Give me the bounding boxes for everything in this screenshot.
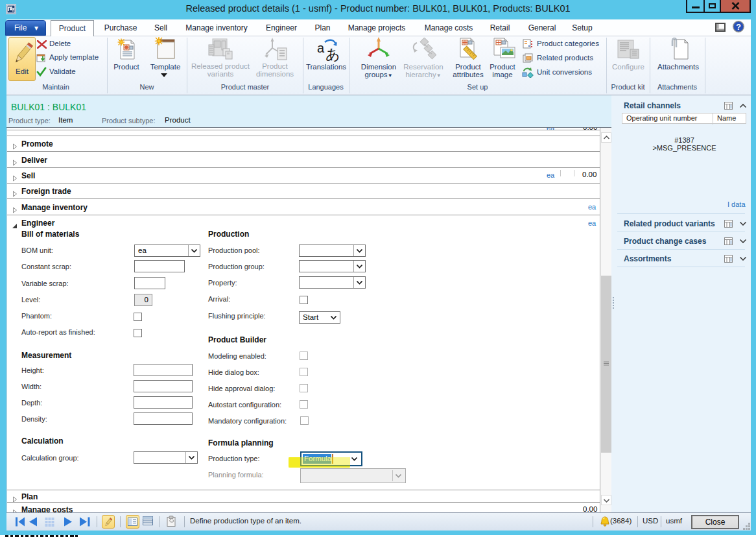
svg-text:あ: あ — [325, 46, 340, 62]
svg-text:a: a — [317, 41, 325, 55]
svg-text:?: ? — [736, 23, 741, 32]
